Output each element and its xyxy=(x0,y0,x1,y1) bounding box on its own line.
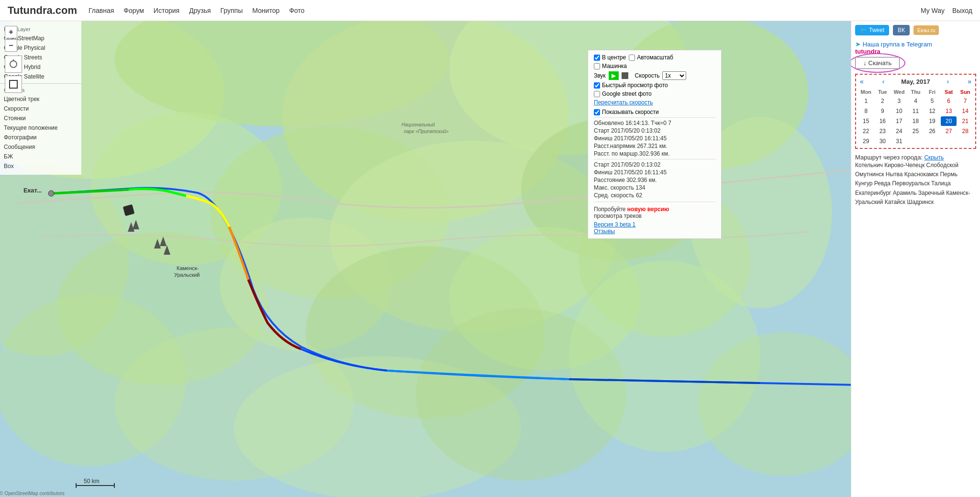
direct-dist: Расст.напрямик 267.321 км. xyxy=(594,143,715,149)
nav-item-монитор[interactable]: Монитор xyxy=(252,7,279,14)
sidebar-stops[interactable]: Стоянки xyxy=(0,113,81,123)
cal-day[interactable]: 23 xyxy=(875,126,891,136)
recalc-speed-link[interactable]: Пересчитать скорость xyxy=(594,99,653,106)
cal-day[interactable]: 7 xyxy=(957,96,973,106)
tweet-button[interactable]: 🐦 Tweet xyxy=(855,25,889,35)
cal-day[interactable]: 22 xyxy=(858,126,874,136)
cal-day[interactable]: 31 xyxy=(891,136,907,146)
car-checkbox[interactable] xyxy=(594,63,600,69)
cal-day[interactable]: 29 xyxy=(858,136,874,146)
vk-button[interactable]: ВК xyxy=(893,25,910,35)
cal-day[interactable]: 11 xyxy=(908,106,924,116)
square-button[interactable] xyxy=(5,76,22,93)
show-speeds-checkbox[interactable] xyxy=(594,109,600,115)
google-street-checkbox[interactable] xyxy=(594,91,600,97)
new-version-link[interactable]: новую версию xyxy=(627,206,669,213)
cal-day[interactable]: 30 xyxy=(875,136,891,146)
cal-day[interactable]: 16 xyxy=(875,116,891,126)
cal-first-button[interactable]: « xyxy=(858,77,866,86)
fast-photo-checkbox[interactable] xyxy=(594,82,600,89)
car-checkbox-label[interactable]: Машинка xyxy=(594,63,627,69)
site-logo[interactable]: Tutundra.com xyxy=(8,4,77,17)
cal-day[interactable]: 15 xyxy=(858,116,874,126)
cal-day[interactable]: 21 xyxy=(957,116,973,126)
map-area[interactable]: Екат... Каменск- Уральский Национальный … xyxy=(0,21,851,497)
cal-last-button[interactable]: » xyxy=(966,77,973,86)
nav-item-фото[interactable]: Фото xyxy=(289,7,304,14)
right-nav-выход[interactable]: Выход xyxy=(952,7,972,14)
cal-day[interactable]: 13 xyxy=(941,106,957,116)
cal-header-wed: Wed xyxy=(891,88,907,96)
sidebar-messages[interactable]: Сообщения xyxy=(0,142,81,152)
nav-item-главная[interactable]: Главная xyxy=(89,7,114,14)
new-version-section: Попробуйте новую версию просмотра треков… xyxy=(594,206,715,235)
cal-day[interactable]: 1 xyxy=(858,96,874,106)
cal-day[interactable]: 8 xyxy=(858,106,874,116)
route-title: Маршрут через города: xyxy=(855,154,923,161)
sidebar-current-position[interactable]: Текущее положение xyxy=(0,123,81,133)
version-link[interactable]: Версия 3 beta 1 xyxy=(594,221,635,228)
main-nav: ГлавнаяФорумИсторияДрузьяГруппыМониторФо… xyxy=(89,7,304,14)
cal-day[interactable]: 18 xyxy=(908,116,924,126)
nav-item-форум[interactable]: Форум xyxy=(123,7,144,14)
cal-header-thu: Thu xyxy=(908,88,924,96)
feedback-link[interactable]: Отзывы xyxy=(594,228,615,235)
car-label: Машинка xyxy=(602,63,627,69)
cal-day[interactable]: 24 xyxy=(891,126,907,136)
cal-day[interactable]: 4 xyxy=(908,96,924,106)
download-button[interactable]: ↓ Скачать xyxy=(855,57,900,69)
sidebar-colored-track[interactable]: Цветной трек xyxy=(0,94,81,104)
map-background: Екат... Каменск- Уральский Национальный … xyxy=(0,21,851,497)
cal-header-fri: Fri xyxy=(924,88,940,96)
cal-day[interactable]: 2 xyxy=(875,96,891,106)
cal-day[interactable]: 12 xyxy=(924,106,940,116)
center-checkbox[interactable] xyxy=(594,55,600,61)
route-hide-link[interactable]: Скрыть xyxy=(924,154,944,161)
cal-day[interactable]: 3 xyxy=(891,96,907,106)
speed-select[interactable]: 1x 0.5x 2x 5x xyxy=(662,71,686,80)
cal-next-button[interactable]: › xyxy=(945,77,951,86)
zoom-out-button[interactable]: − xyxy=(5,39,17,52)
sidebar-box[interactable]: Box xyxy=(0,161,81,171)
fast-photo-label[interactable]: Быстрый просмотр фото xyxy=(594,82,668,89)
show-speeds-label[interactable]: Показывать скорости xyxy=(594,109,659,115)
cal-day[interactable]: 20 xyxy=(941,116,957,126)
sidebar-speeds[interactable]: Скорости xyxy=(0,104,81,113)
automscale-checkbox-label[interactable]: Автомасштаб xyxy=(629,54,673,61)
right-nav: My WayВыход xyxy=(921,7,972,14)
route-cities: Котельнич Кирово-Чепецк Слободской Омутн… xyxy=(855,161,976,207)
svg-point-23 xyxy=(48,191,54,196)
ekau-button[interactable]: Екаu.ru xyxy=(913,25,939,35)
nav-item-история[interactable]: История xyxy=(154,7,179,14)
cal-day[interactable]: 17 xyxy=(891,116,907,126)
zoom-in-button[interactable]: + xyxy=(5,26,17,38)
play-button[interactable]: ▶ xyxy=(609,71,619,80)
cal-day[interactable]: 27 xyxy=(941,126,957,136)
cal-day[interactable]: 5 xyxy=(924,96,940,106)
cal-day[interactable]: 26 xyxy=(924,126,940,136)
sidebar-photos[interactable]: Фотографии xyxy=(0,133,81,142)
nav-item-группы[interactable]: Группы xyxy=(221,7,243,14)
automscale-checkbox[interactable] xyxy=(629,55,635,61)
cal-day[interactable]: 14 xyxy=(957,106,973,116)
google-street-label[interactable]: Google street фото xyxy=(594,90,652,97)
max-speed: Макс. скорость 134 xyxy=(594,184,715,191)
right-nav-my-way[interactable]: My Way xyxy=(921,7,945,14)
ekau-label: Екаu.ru xyxy=(917,27,935,33)
svg-text:парк «Припятский»: парк «Припятский» xyxy=(404,129,449,134)
cal-day[interactable]: 9 xyxy=(875,106,891,116)
cal-day[interactable]: 19 xyxy=(924,116,940,126)
tutundra-link[interactable]: tutundra xyxy=(855,48,976,55)
nav-item-друзья[interactable]: Друзья xyxy=(189,7,211,14)
sidebar-bj[interactable]: БЖ xyxy=(0,152,81,161)
cal-day[interactable]: 28 xyxy=(957,126,973,136)
center-checkbox-label[interactable]: В центре xyxy=(594,54,626,61)
screenshot-button[interactable] xyxy=(5,56,22,73)
cal-day[interactable]: 25 xyxy=(908,126,924,136)
cal-day[interactable]: 6 xyxy=(941,96,957,106)
telegram-text[interactable]: Наша группа в Telegram xyxy=(863,41,932,48)
distance: Расстояние 302.936 км. xyxy=(594,177,715,183)
cal-day[interactable]: 10 xyxy=(891,106,907,116)
svg-text:Каменск-: Каменск- xyxy=(177,265,199,271)
cal-prev-button[interactable]: ‹ xyxy=(880,77,887,86)
